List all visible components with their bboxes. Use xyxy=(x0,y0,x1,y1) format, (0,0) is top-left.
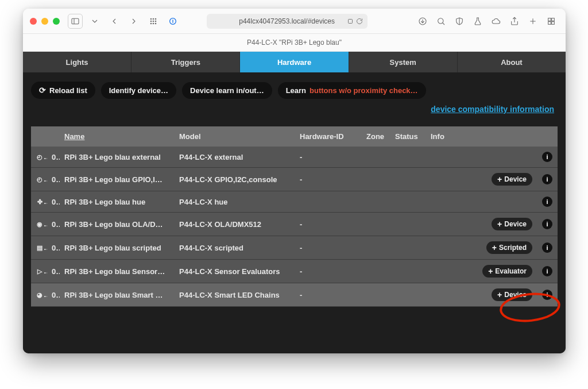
table-row[interactable]: ◕0RPi 3B+ Lego blau Smart …P44-LC-X Smar… xyxy=(31,283,558,307)
row-model: P44-LC-X scripted xyxy=(175,236,295,260)
add-device-button[interactable]: +Device xyxy=(492,288,532,301)
info-icon[interactable]: i xyxy=(542,290,552,300)
fullscreen-window-button[interactable] xyxy=(53,18,60,25)
col-zone-header[interactable]: Zone xyxy=(362,126,390,147)
info-icon[interactable]: i xyxy=(542,152,552,162)
url-bar[interactable]: p44lcx40472953.local/#devices xyxy=(207,14,368,29)
table-row[interactable]: ◴0RPi 3B+ Lego blau externalP44-LC-X ext… xyxy=(31,147,558,168)
row-name: RPi 3B+ Lego blau scripted xyxy=(60,236,175,260)
svg-point-4 xyxy=(155,18,156,20)
col-name-header[interactable]: Name xyxy=(60,126,175,147)
col-hwid-header[interactable]: Hardware-ID xyxy=(295,126,362,147)
plus-icon: + xyxy=(497,175,502,183)
flask-icon[interactable] xyxy=(470,14,485,29)
forward-button[interactable] xyxy=(126,14,141,29)
learn2-warn: buttons w/o proximity check… xyxy=(310,86,418,95)
row-name: RPi 3B+ Lego blau Smart … xyxy=(60,283,175,307)
reload-list-button[interactable]: ⟳ Reload list xyxy=(31,82,95,99)
table-row[interactable]: ▤0RPi 3B+ Lego blau scriptedP44-LC-X scr… xyxy=(31,236,558,260)
info-icon[interactable]: i xyxy=(542,242,552,253)
add-evaluator-button[interactable]: +Evaluator xyxy=(482,265,532,278)
row-hwid: - xyxy=(295,147,362,168)
sidebar-toggle-icon[interactable] xyxy=(68,14,83,29)
info-icon[interactable]: i xyxy=(542,219,552,229)
tab-about[interactable]: About xyxy=(458,52,566,72)
col-status-header[interactable]: Status xyxy=(390,126,426,147)
row-count: 0 xyxy=(47,147,60,168)
cloud-icon[interactable] xyxy=(489,14,504,29)
search-icon[interactable] xyxy=(434,14,448,29)
add-button-label: Device xyxy=(504,175,527,183)
row-model: P44-LC-X hue xyxy=(175,191,295,213)
add-button-label: Evaluator xyxy=(495,267,527,275)
tab-label: System xyxy=(390,58,416,67)
device-learn-button[interactable]: Device learn in/out… xyxy=(182,82,272,99)
row-name: RPi 3B+ Lego blau hue xyxy=(60,191,175,213)
tab-label: Triggers xyxy=(171,58,200,67)
svg-point-6 xyxy=(153,21,154,22)
row-model: P44-LC-X OLA/DMX512 xyxy=(175,213,295,236)
tab-lights[interactable]: Lights xyxy=(23,52,131,72)
add-scripted-button[interactable]: +Scripted xyxy=(486,241,532,254)
row-hwid xyxy=(295,191,362,213)
svg-line-17 xyxy=(443,22,444,24)
add-device-button[interactable]: +Device xyxy=(492,173,532,186)
row-status xyxy=(390,191,426,213)
onepassword-icon[interactable] xyxy=(165,14,180,29)
row-status xyxy=(390,236,426,260)
ext-icon: ◴ xyxy=(36,153,44,161)
browser-window: p44lcx40472953.local/#devices xyxy=(23,9,566,353)
info-icon[interactable]: i xyxy=(542,174,552,184)
main-tabs: LightsTriggersHardwareSystemAbout xyxy=(23,52,566,72)
tab-hardware[interactable]: Hardware xyxy=(240,52,349,72)
tabs-overview-icon[interactable] xyxy=(544,14,559,29)
identify-device-button[interactable]: Identify device… xyxy=(101,82,176,99)
row-zone xyxy=(362,147,390,168)
shield-icon[interactable] xyxy=(452,14,467,29)
row-name: RPi 3B+ Lego blau Sensor… xyxy=(60,260,175,283)
col-info-header[interactable]: Info xyxy=(426,126,537,147)
tab-label: About xyxy=(501,58,523,67)
plus-icon: + xyxy=(492,244,497,252)
row-zone xyxy=(362,213,390,236)
row-model: P44-LC-X Sensor Evaluators xyxy=(175,260,295,283)
svg-point-10 xyxy=(155,23,156,24)
row-info xyxy=(426,147,537,168)
table-row[interactable]: ▷0RPi 3B+ Lego blau Sensor…P44-LC-X Sens… xyxy=(31,260,558,283)
row-zone xyxy=(362,260,390,283)
plus-icon: + xyxy=(497,220,502,228)
compatibility-link[interactable]: device compatibility information xyxy=(431,105,558,114)
new-tab-icon[interactable] xyxy=(525,14,540,29)
learn-noproximity-button[interactable]: Learn buttons w/o proximity check… xyxy=(278,82,426,99)
add-device-button[interactable]: +Device xyxy=(492,218,532,230)
tab-system[interactable]: System xyxy=(349,52,458,72)
reader-refresh-combo[interactable] xyxy=(347,18,363,25)
downloads-icon[interactable] xyxy=(415,14,430,29)
back-button[interactable] xyxy=(107,14,122,29)
learn2-prefix: Learn xyxy=(286,86,306,95)
add-button-label: Device xyxy=(504,291,527,299)
table-row[interactable]: ◉0RPi 3B+ Lego blau OLA/D…P44-LC-X OLA/D… xyxy=(31,213,558,236)
table-row[interactable]: ✤0RPi 3B+ Lego blau hueP44-LC-X huei xyxy=(31,191,558,213)
grid-icon[interactable] xyxy=(146,14,161,29)
svg-point-9 xyxy=(153,23,154,24)
row-info: +Device xyxy=(426,168,537,191)
minimize-window-button[interactable] xyxy=(41,18,48,25)
svg-rect-23 xyxy=(552,18,555,21)
browser-toolbar: p44lcx40472953.local/#devices xyxy=(23,9,566,34)
table-row[interactable]: ◴0RPi 3B+ Lego blau GPIO,I…P44-LC-X GPIO… xyxy=(31,168,558,191)
info-icon[interactable]: i xyxy=(542,197,552,207)
row-zone xyxy=(362,191,390,213)
row-hwid: - xyxy=(295,168,362,191)
row-model: P44-LC-X GPIO,I2C,console xyxy=(175,168,295,191)
svg-rect-24 xyxy=(548,21,551,24)
info-icon[interactable]: i xyxy=(542,266,552,276)
chevron-down-icon[interactable] xyxy=(87,14,102,29)
share-icon[interactable] xyxy=(507,14,522,29)
col-model-header[interactable]: Model xyxy=(175,126,295,147)
action-row: ⟳ Reload list Identify device… Device le… xyxy=(31,82,558,114)
row-zone xyxy=(362,236,390,260)
svg-point-5 xyxy=(150,21,152,22)
tab-triggers[interactable]: Triggers xyxy=(131,52,240,72)
close-window-button[interactable] xyxy=(30,18,37,25)
